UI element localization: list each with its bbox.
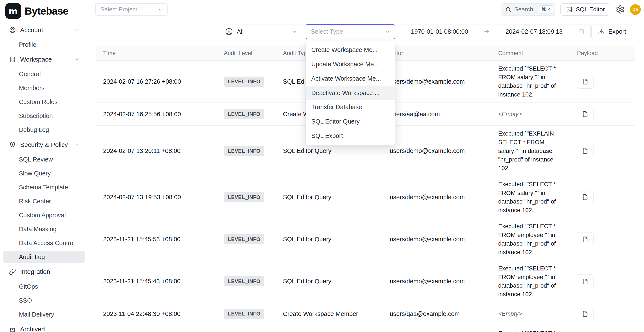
sidebar-item-data-access-control[interactable]: Data Access Control — [3, 237, 85, 249]
bytebase-logo-icon: m — [5, 3, 21, 19]
export-label: Export — [608, 28, 626, 35]
cell-payload — [573, 75, 635, 89]
sidebar-item-account[interactable]: Account — [3, 24, 85, 36]
sidebar-item-subscription[interactable]: Subscription — [3, 110, 85, 122]
type-option-sql-export[interactable]: SQL Export — [306, 129, 395, 143]
type-option-sql-editor-query[interactable]: SQL Editor Query — [306, 114, 395, 129]
sidebar-item-risk-center[interactable]: Risk Center — [3, 195, 85, 207]
type-option-create-workspace-me[interactable]: Create Workspace Me... — [306, 43, 395, 57]
payload-view-button[interactable] — [577, 144, 593, 158]
sidebar-item-security-policy[interactable]: Security & Policy — [3, 139, 85, 151]
table-row: 2023-11-21 15:45:43 +08:00LEVEL_INFOSQL … — [96, 260, 635, 302]
level-badge: LEVEL_INFO — [224, 234, 264, 244]
sidebar-item-slow-query[interactable]: Slow Query — [3, 167, 85, 179]
gear-icon[interactable] — [616, 5, 625, 14]
search-input[interactable]: Search ⌘ K — [501, 3, 555, 16]
cell-time: 2024-02-07 13:19:53 +08:00 — [96, 194, 216, 201]
sidebar-item-members[interactable]: Members — [3, 82, 85, 94]
sidebar-item-integration[interactable]: Integration — [3, 266, 85, 278]
sidebar-item-label: General — [19, 71, 80, 78]
sidebar-item-label: Members — [19, 85, 80, 92]
cell-audit-type: SQL Editor Query — [276, 147, 382, 155]
payload-view-button[interactable] — [577, 307, 593, 321]
date-to: 2024-02-07 18:09:13 — [506, 28, 562, 35]
link-icon — [9, 268, 16, 275]
type-option-transfer-database[interactable]: Transfer Database — [306, 100, 395, 114]
sidebar-item-label: Subscription — [19, 112, 80, 120]
sidebar-item-debug-log[interactable]: Debug Log — [3, 124, 85, 136]
cell-audit-level: LEVEL_INFO — [216, 276, 276, 286]
table-row: 2023-11-04 22:48:30 +08:00LEVEL_INFOCrea… — [96, 302, 635, 325]
payload-view-button[interactable] — [577, 274, 593, 288]
cell-comment: <Empty> — [491, 306, 573, 322]
date-range-picker[interactable]: 1970-01-01 08:00:00 2024-02-07 18:09:13 — [399, 24, 590, 39]
cell-comment: Executed `"SELECT * FROM employee;"` in … — [491, 218, 573, 260]
cell-payload — [573, 232, 635, 246]
project-select[interactable]: Select Project — [96, 3, 168, 16]
chevron-down-icon — [292, 29, 298, 34]
cell-time: 2024-02-07 13:20:11 +08:00 — [96, 147, 216, 155]
cell-actor: users/demo@example.com — [382, 78, 491, 85]
sidebar-item-sso[interactable]: SSO — [3, 294, 85, 307]
actor-filter-select[interactable]: All — [220, 24, 302, 39]
sidebar-item-data-masking[interactable]: Data Masking — [3, 223, 85, 235]
table-row: 2023-11-21 15:45:53 +08:00LEVEL_INFOSQL … — [96, 218, 635, 260]
sidebar-item-audit-log[interactable]: Audit Log — [3, 251, 85, 263]
svg-text:m: m — [8, 6, 18, 16]
sidebar-item-custom-approval[interactable]: Custom Approval — [3, 209, 85, 221]
column-header-audit-level: Audit Level — [216, 50, 276, 57]
table-row: 2024-02-07 13:19:53 +08:00LEVEL_INFOSQL … — [96, 176, 635, 218]
empty-comment: <Empty> — [498, 111, 522, 117]
chevron-down-icon — [158, 7, 163, 12]
type-option-deactivate-workspace[interactable]: Deactivate Workspace ... — [306, 86, 395, 100]
column-header-comment: Comment — [491, 50, 573, 57]
shield-icon — [9, 141, 16, 148]
brand[interactable]: m Bytebase — [0, 0, 88, 22]
calendar-icon — [578, 28, 585, 35]
payload-view-button[interactable] — [577, 232, 593, 246]
sidebar-item-archived[interactable]: Archived — [3, 323, 85, 332]
payload-view-button[interactable] — [577, 107, 593, 121]
level-badge: LEVEL_INFO — [224, 146, 264, 156]
download-icon — [598, 28, 605, 35]
sidebar-item-label: Workspace — [20, 56, 74, 63]
type-option-update-workspace-me[interactable]: Update Workspace Me... — [306, 57, 395, 71]
payload-view-button[interactable] — [577, 75, 593, 89]
sidebar-item-custom-roles[interactable]: Custom Roles — [3, 96, 85, 108]
sidebar-item-label: Account — [20, 26, 74, 34]
cell-audit-type: SQL Editor Query — [276, 278, 382, 285]
sidebar-item-label: Integration — [20, 268, 74, 275]
sql-editor-button[interactable]: SQL Editor — [560, 3, 610, 16]
cell-actor: users/qa1@example.com — [382, 310, 491, 318]
sidebar-item-label: Archived — [20, 326, 80, 332]
cell-comment: Executed `"SELECT * FROM department;"` i… — [491, 325, 573, 332]
type-filter-select[interactable]: Select Type — [306, 24, 395, 39]
cell-audit-level: LEVEL_INFO — [216, 77, 276, 87]
cell-payload — [573, 107, 635, 121]
sidebar-item-schema-template[interactable]: Schema Template — [3, 181, 85, 193]
main-area: Select Project Search ⌘ K SQL Editor DE — [88, 0, 644, 332]
sidebar-item-label: Security & Policy — [20, 141, 74, 149]
sidebar-item-sql-review[interactable]: SQL Review — [3, 153, 85, 166]
avatar[interactable]: DE — [630, 4, 641, 15]
table-row: 2023-11-04 21:26:34 +08:00LEVEL_INFOSQL … — [96, 325, 635, 332]
sidebar-item-label: SSO — [19, 297, 80, 304]
type-dropdown-menu: Create Workspace Me...Update Workspace M… — [306, 41, 395, 145]
payload-view-button[interactable] — [577, 190, 593, 204]
sidebar-item-label: Data Masking — [19, 226, 80, 233]
level-badge: LEVEL_INFO — [224, 192, 264, 202]
app-root: m Bytebase AccountProfileWorkspaceGenera… — [0, 0, 644, 332]
sidebar-item-label: Slow Query — [19, 170, 80, 177]
sidebar-item-gitops[interactable]: GitOps — [3, 280, 85, 293]
type-option-activate-workspace-me[interactable]: Activate Workspace Me... — [306, 71, 395, 86]
sidebar-item-workspace[interactable]: Workspace — [3, 53, 85, 66]
sidebar-item-profile[interactable]: Profile — [3, 39, 85, 51]
terminal-icon — [566, 6, 573, 13]
sidebar-item-general[interactable]: General — [3, 68, 85, 80]
sidebar-item-label: SQL Review — [19, 156, 80, 163]
cell-time: 2023-11-04 22:48:30 +08:00 — [96, 310, 216, 318]
sidebar-item-mail-delivery[interactable]: Mail Delivery — [3, 308, 85, 321]
export-button[interactable]: Export — [591, 24, 633, 39]
cell-audit-type: SQL Editor Query — [276, 236, 382, 243]
date-from: 1970-01-01 08:00:00 — [411, 28, 468, 35]
